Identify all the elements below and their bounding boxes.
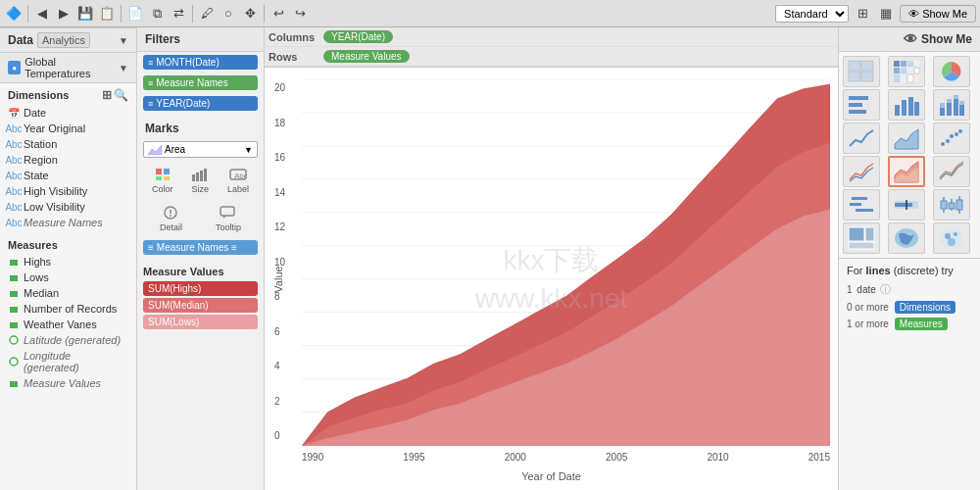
redo-icon[interactable]: ↪: [290, 4, 310, 24]
chart-pie[interactable]: [933, 56, 970, 87]
save-as-icon[interactable]: 📋: [97, 4, 117, 24]
sum-highs-label: SUM(Highs): [148, 283, 201, 294]
svg-rect-90: [849, 242, 874, 249]
filter-year-date[interactable]: ≡ YEAR(Date): [143, 96, 258, 111]
chart-horiz-bar[interactable]: [843, 89, 880, 121]
svg-rect-39: [861, 72, 873, 81]
highlight-icon[interactable]: 🖊: [197, 4, 217, 24]
chart-stacked-bar[interactable]: [933, 89, 970, 121]
measure-weather-vanes-label: Weather Vanes: [24, 318, 97, 330]
dim-item-measure-names[interactable]: Abc Measure Names: [0, 215, 136, 230]
size-button[interactable]: Size: [188, 164, 212, 196]
measure-item-latitude[interactable]: Latitude (generated): [0, 332, 136, 348]
tooltip-button[interactable]: Tooltip: [214, 202, 243, 234]
chart-vert-bar[interactable]: [888, 89, 925, 121]
marks-dropdown-arrow: ▼: [244, 145, 253, 155]
lasso-icon[interactable]: ○: [219, 4, 238, 24]
svg-rect-58: [908, 97, 913, 116]
tableau-logo-icon[interactable]: 🔷: [4, 4, 24, 24]
new-sheet-icon[interactable]: 📄: [125, 4, 145, 24]
svg-rect-37: [861, 61, 873, 71]
detail-button[interactable]: Detail: [158, 202, 184, 234]
chart-gantt[interactable]: [843, 189, 880, 220]
dim-high-visibility-label: High Visibility: [24, 185, 87, 197]
filter-icon-3: ≡: [148, 99, 153, 109]
dimensions-grid-icon[interactable]: ⊞: [102, 88, 112, 102]
measure-item-num-records[interactable]: Number of Records: [0, 301, 136, 317]
dim-abc-icon-3: Abc: [8, 154, 20, 166]
marks-type-dropdown[interactable]: Area ▼: [143, 141, 258, 158]
measure-item-median[interactable]: Median: [0, 285, 136, 301]
fit-icon[interactable]: ⊞: [853, 4, 872, 24]
dim-abc-icon: Abc: [8, 122, 20, 134]
show-me-button[interactable]: 👁 Show Me: [900, 5, 976, 23]
dim-item-year-original[interactable]: Abc Year Original: [0, 121, 136, 136]
x-tick-2010: 2010: [707, 452, 728, 463]
duplicate-icon[interactable]: ⧉: [147, 4, 167, 24]
dim-item-station[interactable]: Abc Station: [0, 136, 136, 152]
sum-highs-tag[interactable]: SUM(Highs): [143, 281, 258, 296]
dimensions-search-icon[interactable]: 🔍: [114, 88, 128, 102]
dim-item-region[interactable]: Abc Region: [0, 152, 136, 168]
chart-box-whisker[interactable]: [933, 189, 970, 220]
undo-icon[interactable]: ↩: [269, 4, 288, 24]
filter-month-date[interactable]: ≡ MONTH(Date): [143, 55, 258, 70]
chart-line[interactable]: [843, 122, 880, 154]
sum-lows-tag[interactable]: SUM(Lows): [143, 315, 258, 329]
panel-dropdown-icon[interactable]: ▼: [119, 35, 128, 46]
pan-icon[interactable]: ✥: [240, 4, 260, 24]
dimensions-label: Dimensions: [8, 89, 69, 101]
rows-label: Rows: [269, 51, 322, 63]
measure-icon-weather-vanes: [8, 318, 20, 330]
filter-measure-names[interactable]: ≡ Measure Names: [143, 75, 258, 90]
svg-rect-41: [901, 61, 906, 67]
suggestion-section: For lines (discrete) try 1 date ⓘ 0 or m…: [839, 258, 980, 336]
measure-names-pill[interactable]: ≡ Measure Names ≡: [143, 240, 258, 255]
chart-map-symbol[interactable]: [933, 222, 970, 254]
data-label[interactable]: Data: [8, 33, 33, 47]
chart-treemap[interactable]: [843, 222, 880, 254]
datasource-row[interactable]: ● Global Temperatures ▼: [0, 53, 136, 83]
chart-heat-map[interactable]: [888, 56, 925, 87]
separator-1: [27, 5, 28, 23]
svg-rect-0: [10, 260, 18, 266]
svg-point-5: [10, 336, 18, 344]
chart-multi-line[interactable]: [843, 156, 880, 187]
measure-item-measure-values[interactable]: Measure Values: [0, 375, 136, 391]
present-icon[interactable]: ▦: [876, 4, 896, 24]
measure-item-highs[interactable]: Highs: [0, 254, 136, 270]
analytics-button[interactable]: Analytics: [37, 32, 90, 48]
datasource-icon: ●: [8, 61, 21, 74]
rows-measure-values-pill[interactable]: Measure Values: [323, 50, 410, 63]
forward-icon[interactable]: ▶: [54, 4, 74, 24]
label-button[interactable]: Abc Label: [225, 164, 251, 196]
chart-text-table[interactable]: [843, 56, 880, 87]
back-icon[interactable]: ◀: [32, 4, 52, 24]
measure-num-records-label: Number of Records: [24, 303, 117, 315]
swap-icon[interactable]: ⇄: [169, 4, 188, 24]
svg-rect-64: [954, 99, 958, 116]
save-icon[interactable]: 💾: [75, 4, 95, 24]
measure-item-lows[interactable]: Lows: [0, 270, 136, 285]
standard-selector[interactable]: Standard: [775, 5, 849, 23]
y-tick-18: 18: [274, 118, 299, 128]
filters-label: Filters: [145, 32, 180, 46]
chart-map-filled[interactable]: [888, 222, 925, 254]
dim-item-low-visibility[interactable]: Abc Low Visibility: [0, 199, 136, 215]
chart-dual-line[interactable]: [933, 156, 970, 187]
columns-year-date-pill[interactable]: YEAR(Date): [323, 30, 393, 43]
dim-item-high-visibility[interactable]: Abc High Visibility: [0, 183, 136, 199]
chart-area[interactable]: [888, 122, 925, 154]
sum-median-tag[interactable]: SUM(Median): [143, 298, 258, 313]
measure-item-weather-vanes[interactable]: Weather Vanes: [0, 317, 136, 332]
measure-item-longitude[interactable]: Longitude (generated): [0, 348, 136, 375]
dim-item-state[interactable]: Abc State: [0, 168, 136, 183]
chart-bullet[interactable]: [888, 189, 925, 220]
datasource-dropdown-icon[interactable]: ▼: [119, 63, 128, 74]
chart-area-lines[interactable]: [888, 156, 925, 187]
chart-scatter[interactable]: [933, 122, 970, 154]
dim-item-date[interactable]: 📅 Date: [0, 105, 136, 121]
measure-icon-median: [8, 287, 20, 299]
x-tick-2000: 2000: [505, 452, 526, 463]
color-button[interactable]: Color: [150, 164, 175, 196]
